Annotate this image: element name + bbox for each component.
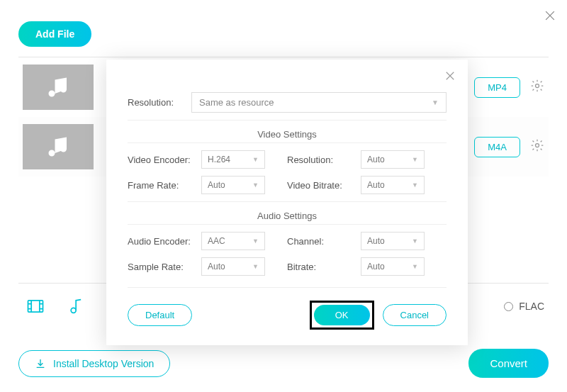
gear-icon[interactable] [530, 138, 544, 155]
audio-encoder-select[interactable]: AAC▼ [201, 232, 265, 250]
audio-encoder-label: Audio Encoder: [128, 236, 201, 247]
svg-point-3 [71, 308, 76, 313]
frame-rate-label: Frame Rate: [128, 180, 201, 191]
music-thumbnail-icon [23, 65, 94, 110]
video-encoder-select[interactable]: H.264▼ [201, 150, 265, 169]
audio-bitrate-value: Auto [367, 262, 385, 271]
frame-rate-value: Auto [208, 180, 225, 190]
video-settings-title: Video Settings [128, 120, 447, 140]
v-resolution-value: Auto [367, 155, 385, 164]
resolution-label: Resolution: [128, 97, 191, 108]
radio-icon [504, 302, 513, 311]
svg-point-1 [536, 144, 539, 147]
add-file-button[interactable]: Add File [18, 21, 91, 47]
video-bitrate-select[interactable]: Auto▼ [361, 176, 425, 194]
svg-point-0 [536, 84, 539, 88]
close-icon[interactable] [444, 69, 456, 85]
sample-rate-label: Sample Rate: [128, 262, 201, 272]
channel-select[interactable]: Auto▼ [361, 232, 425, 250]
video-bitrate-value: Auto [367, 180, 385, 190]
chevron-down-icon: ▼ [412, 156, 418, 163]
install-label: Install Desktop Version [53, 358, 154, 369]
channel-value: Auto [367, 236, 385, 246]
cancel-button[interactable]: Cancel [383, 304, 447, 326]
chevron-down-icon: ▼ [252, 237, 259, 245]
chevron-down-icon: ▼ [412, 181, 418, 189]
audio-settings-title: Audio Settings [128, 201, 447, 221]
ok-highlight-box: OK [310, 301, 374, 330]
convert-button[interactable]: Convert [468, 349, 549, 378]
format-tag[interactable]: MP4 [474, 77, 520, 98]
video-encoder-value: H.264 [208, 155, 230, 164]
sample-rate-value: Auto [208, 262, 225, 271]
svg-rect-2 [28, 301, 43, 312]
resolution-select[interactable]: Same as resource ▼ [191, 92, 447, 113]
settings-modal: Resolution: Same as resource ▼ Video Set… [106, 60, 468, 345]
music-thumbnail-icon [23, 124, 94, 169]
format-tag[interactable]: M4A [474, 137, 520, 157]
audio-bitrate-select[interactable]: Auto▼ [361, 257, 425, 276]
install-desktop-button[interactable]: Install Desktop Version [18, 350, 170, 377]
v-resolution-label: Resolution: [287, 155, 361, 165]
chevron-down-icon: ▼ [412, 237, 418, 245]
chevron-down-icon: ▼ [252, 263, 259, 270]
sample-rate-select[interactable]: Auto▼ [201, 257, 265, 276]
video-encoder-label: Video Encoder: [128, 155, 201, 165]
video-bitrate-label: Video Bitrate: [287, 180, 361, 191]
app-close-icon[interactable] [543, 9, 557, 26]
channel-label: Channel: [287, 236, 361, 247]
audio-encoder-value: AAC [208, 236, 225, 246]
audio-bitrate-label: Bitrate: [287, 262, 361, 272]
chevron-down-icon: ▼ [432, 99, 439, 106]
flac-option[interactable]: FLAC [504, 301, 544, 312]
video-tab-icon[interactable] [23, 293, 48, 319]
chevron-down-icon: ▼ [252, 156, 259, 163]
flac-label: FLAC [519, 301, 544, 312]
chevron-down-icon: ▼ [252, 181, 259, 189]
default-button[interactable]: Default [128, 304, 192, 326]
ok-button[interactable]: OK [314, 305, 370, 325]
chevron-down-icon: ▼ [412, 263, 418, 270]
gear-icon[interactable] [530, 79, 544, 96]
audio-tab-icon[interactable] [62, 293, 88, 319]
frame-rate-select[interactable]: Auto▼ [201, 176, 265, 194]
resolution-value: Same as resource [199, 97, 274, 108]
v-resolution-select[interactable]: Auto▼ [361, 150, 425, 169]
